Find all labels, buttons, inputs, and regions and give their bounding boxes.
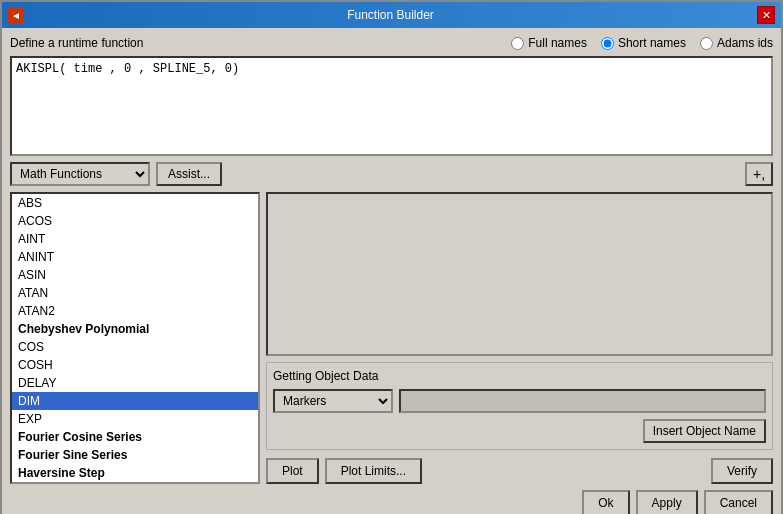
getting-object-title: Getting Object Data bbox=[273, 369, 766, 383]
apply-button[interactable]: Apply bbox=[636, 490, 698, 514]
category-dropdown[interactable]: Math Functions Trig Functions Statistica… bbox=[10, 162, 150, 186]
right-description-area bbox=[266, 192, 773, 356]
plus-button[interactable]: +, bbox=[745, 162, 773, 186]
list-item[interactable]: DELAY bbox=[12, 374, 258, 392]
list-item[interactable]: EXP bbox=[12, 410, 258, 428]
verify-button[interactable]: Verify bbox=[711, 458, 773, 484]
list-item[interactable]: ASIN bbox=[12, 266, 258, 284]
right-panel: Getting Object Data Markers Bodies Joint… bbox=[266, 192, 773, 484]
ok-button[interactable]: Ok bbox=[582, 490, 629, 514]
getting-object-section: Getting Object Data Markers Bodies Joint… bbox=[266, 362, 773, 450]
cancel-button[interactable]: Cancel bbox=[704, 490, 773, 514]
app-icon: ◄ bbox=[8, 7, 24, 23]
list-item[interactable]: ANINT bbox=[12, 248, 258, 266]
radio-fullnames-input[interactable] bbox=[511, 37, 524, 50]
close-button[interactable]: ✕ bbox=[757, 6, 775, 24]
radio-fullnames[interactable]: Full names bbox=[511, 36, 587, 50]
plot-toolbar: Plot Plot Limits... Verify bbox=[266, 456, 773, 484]
title-bar: ◄ Function Builder ✕ bbox=[2, 2, 781, 28]
list-item[interactable]: ACOS bbox=[12, 212, 258, 230]
function-list[interactable]: ABSACOSAINTANINTASINATANATAN2Chebyshev P… bbox=[10, 192, 260, 484]
radio-adamsids-label: Adams ids bbox=[717, 36, 773, 50]
object-name-field bbox=[399, 389, 766, 413]
list-item[interactable]: COSH bbox=[12, 356, 258, 374]
radio-fullnames-label: Full names bbox=[528, 36, 587, 50]
middle-toolbar: Math Functions Trig Functions Statistica… bbox=[10, 162, 773, 186]
list-item[interactable]: ATAN2 bbox=[12, 302, 258, 320]
radio-shortnames[interactable]: Short names bbox=[601, 36, 686, 50]
function-input[interactable]: AKISPL( time , 0 , SPLINE_5, 0) bbox=[10, 56, 773, 156]
list-item[interactable]: DIM bbox=[12, 392, 258, 410]
main-split: ABSACOSAINTANINTASINATANATAN2Chebyshev P… bbox=[10, 192, 773, 484]
markers-dropdown[interactable]: Markers Bodies Joints Forces bbox=[273, 389, 393, 413]
list-item[interactable]: Haversine Step bbox=[12, 464, 258, 482]
list-item[interactable]: Fourier Sine Series bbox=[12, 446, 258, 464]
plot-limits-button[interactable]: Plot Limits... bbox=[325, 458, 422, 484]
bottom-action-row: Ok Apply Cancel bbox=[10, 490, 773, 514]
define-label: Define a runtime function bbox=[10, 36, 143, 50]
list-item[interactable]: Fourier Cosine Series bbox=[12, 428, 258, 446]
list-item[interactable]: ATAN bbox=[12, 284, 258, 302]
list-item[interactable]: COS bbox=[12, 338, 258, 356]
assist-button[interactable]: Assist... bbox=[156, 162, 222, 186]
radio-group: Full names Short names Adams ids bbox=[511, 36, 773, 50]
radio-adamsids[interactable]: Adams ids bbox=[700, 36, 773, 50]
radio-adamsids-input[interactable] bbox=[700, 37, 713, 50]
radio-shortnames-input[interactable] bbox=[601, 37, 614, 50]
list-item[interactable]: ABS bbox=[12, 194, 258, 212]
insert-object-name-button[interactable]: Insert Object Name bbox=[643, 419, 766, 443]
plot-button[interactable]: Plot bbox=[266, 458, 319, 484]
list-item[interactable]: AINT bbox=[12, 230, 258, 248]
function-builder-window: ◄ Function Builder ✕ Define a runtime fu… bbox=[0, 0, 783, 514]
radio-shortnames-label: Short names bbox=[618, 36, 686, 50]
list-item[interactable]: Chebyshev Polynomial bbox=[12, 320, 258, 338]
getting-object-row: Markers Bodies Joints Forces bbox=[273, 389, 766, 413]
app-icon-symbol: ◄ bbox=[11, 10, 21, 21]
main-content: Define a runtime function Full names Sho… bbox=[2, 28, 781, 514]
window-title: Function Builder bbox=[24, 8, 757, 22]
top-row: Define a runtime function Full names Sho… bbox=[10, 36, 773, 50]
